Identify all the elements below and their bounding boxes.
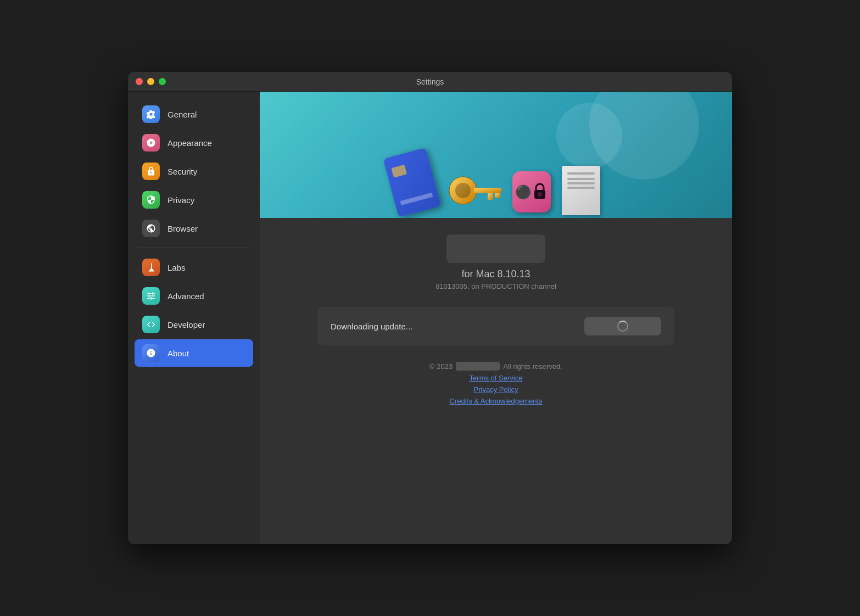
sidebar-item-security[interactable]: Security xyxy=(135,158,253,185)
sidebar-labs-label: Labs xyxy=(167,263,186,272)
sidebar-developer-label: Developer xyxy=(167,320,205,329)
loading-spinner xyxy=(617,321,628,332)
sidebar-appearance-label: Appearance xyxy=(167,138,212,148)
key-icon xyxy=(446,171,501,210)
appearance-icon xyxy=(142,134,160,152)
general-icon xyxy=(142,105,160,123)
main-content: for Mac 8.10.13 81013005, on PRODUCTION … xyxy=(260,92,732,544)
sidebar-general-label: General xyxy=(167,110,197,119)
sidebar: General Appearance Security xyxy=(128,92,260,544)
window-title: Settings xyxy=(416,77,444,86)
update-box: Downloading update... xyxy=(317,307,674,345)
paper-icon xyxy=(562,166,600,215)
window-controls xyxy=(136,78,166,85)
sidebar-item-developer[interactable]: Developer xyxy=(135,311,253,338)
sidebar-item-labs[interactable]: Labs xyxy=(135,254,253,281)
privacy-policy-link[interactable]: Privacy Policy xyxy=(474,385,518,394)
sidebar-security-label: Security xyxy=(167,167,197,176)
browser-icon xyxy=(142,220,160,237)
close-button[interactable] xyxy=(136,78,143,85)
minimize-button[interactable] xyxy=(147,78,154,85)
sidebar-item-advanced[interactable]: Advanced xyxy=(135,282,253,310)
terms-of-service-link[interactable]: Terms of Service xyxy=(470,374,523,382)
app-version: for Mac 8.10.13 xyxy=(461,268,530,280)
svg-rect-4 xyxy=(495,193,500,198)
content-area: General Appearance Security xyxy=(128,92,732,544)
hero-banner xyxy=(260,92,732,218)
svg-rect-2 xyxy=(474,188,501,193)
update-spinner-button[interactable] xyxy=(584,317,661,335)
app-build: 81013005, on PRODUCTION channel xyxy=(435,282,556,290)
svg-point-1 xyxy=(455,183,471,198)
svg-rect-7 xyxy=(539,194,541,197)
svg-rect-3 xyxy=(488,193,493,200)
rights-text: All rights reserved. xyxy=(503,362,562,371)
update-status: Downloading update... xyxy=(331,322,412,331)
security-icon xyxy=(142,163,160,180)
sidebar-item-general[interactable]: General xyxy=(135,100,253,128)
sidebar-item-privacy[interactable]: Privacy xyxy=(135,186,253,214)
sidebar-item-appearance[interactable]: Appearance xyxy=(135,129,253,156)
company-name-placeholder xyxy=(456,362,500,371)
about-icon xyxy=(142,344,160,362)
maximize-button[interactable] xyxy=(159,78,166,85)
privacy-icon xyxy=(142,191,160,209)
title-bar: Settings xyxy=(128,72,732,92)
developer-icon xyxy=(142,316,160,333)
app-logo-placeholder xyxy=(446,234,545,263)
app-logo-area: for Mac 8.10.13 81013005, on PRODUCTION … xyxy=(435,234,556,290)
credits-link[interactable]: Credits & Acknowledgements xyxy=(449,397,542,405)
lock-icon xyxy=(512,171,551,212)
card-icon xyxy=(383,148,442,217)
labs-icon xyxy=(142,259,160,276)
sidebar-browser-label: Browser xyxy=(167,224,198,233)
hero-items xyxy=(392,158,600,218)
sidebar-about-label: About xyxy=(167,349,189,358)
sidebar-item-browser[interactable]: Browser xyxy=(135,215,253,242)
copyright-year: © 2023 xyxy=(429,362,453,371)
advanced-icon xyxy=(142,287,160,305)
sidebar-advanced-label: Advanced xyxy=(167,292,204,301)
sidebar-divider xyxy=(138,248,250,248)
footer-area: © 2023 All rights reserved. Terms of Ser… xyxy=(429,362,562,405)
copyright-line: © 2023 All rights reserved. xyxy=(429,362,562,371)
sidebar-item-about[interactable]: About xyxy=(135,339,253,367)
sidebar-privacy-label: Privacy xyxy=(167,195,194,205)
about-section: for Mac 8.10.13 81013005, on PRODUCTION … xyxy=(260,218,732,544)
settings-window: Settings General Appearance xyxy=(128,72,732,544)
